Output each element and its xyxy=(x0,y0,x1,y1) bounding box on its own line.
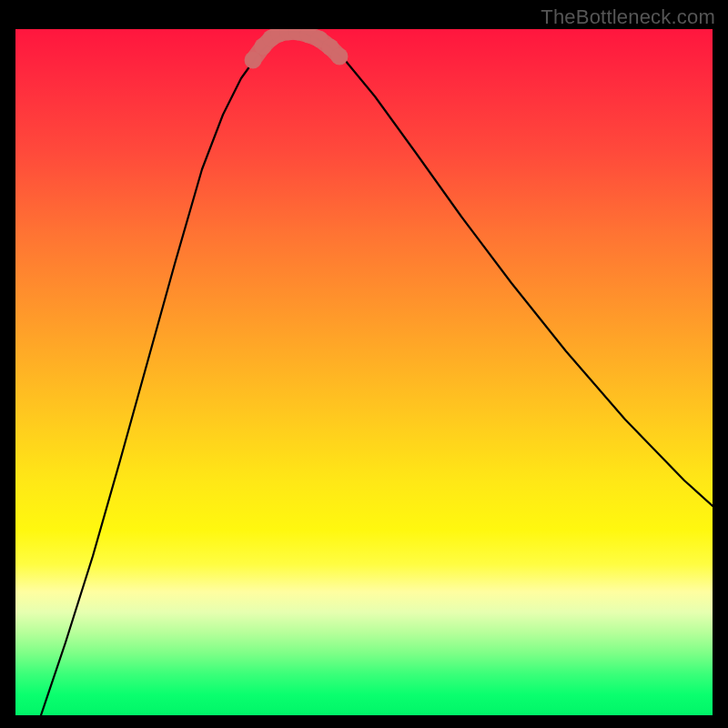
chart-frame: TheBottleneck.com xyxy=(0,0,728,728)
watermark-text: TheBottleneck.com xyxy=(541,5,715,29)
curve-layer xyxy=(15,29,713,715)
trough-highlight-dot xyxy=(331,48,349,66)
plot-area xyxy=(15,29,713,715)
bottleneck-curve xyxy=(41,32,713,715)
trough-highlight-dots xyxy=(245,29,349,69)
